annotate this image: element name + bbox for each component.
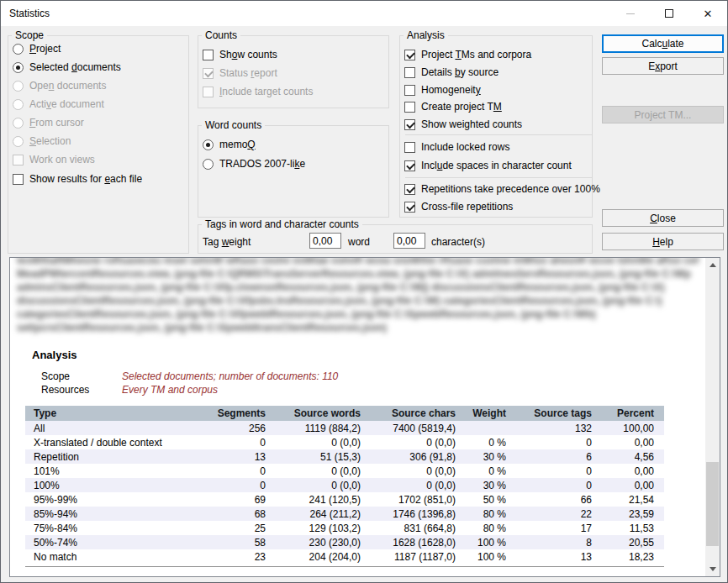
checkbox-work-on-views: Work on views (13, 154, 95, 165)
table-cell: 0 (0,0) (272, 464, 367, 478)
table-cell: 0 (0,0) (367, 435, 462, 449)
radio-selected-documents[interactable]: Selected documents (13, 61, 121, 73)
checkbox-icon (404, 119, 415, 130)
checkbox-show-counts[interactable]: Show counts (203, 49, 277, 60)
tag-weight-char-suffix: character(s) (431, 236, 485, 248)
checkbox-label: Homogeneity (421, 84, 481, 96)
analysis-legend: Analysis (404, 29, 448, 42)
export-button[interactable]: Export (602, 57, 724, 75)
table-cell: 264 (211,2) (272, 507, 367, 521)
checkbox-icon (404, 184, 415, 195)
table-cell: 230 (230,0) (272, 535, 367, 549)
table-cell: 68 (206, 507, 272, 521)
table-row: 95%-99%69241 (120,5)1702 (851,0)50 %6621… (25, 492, 664, 507)
blurred-text-line: tesWthaRMhesne rsRsaoeceu mset sehnW wRa… (17, 257, 699, 267)
radio-memoq[interactable]: memoQ (203, 139, 256, 150)
project-tm-button: Project TM... (602, 106, 724, 123)
scroll-down-button[interactable] (705, 562, 720, 576)
checkbox-cross-file-repetitions[interactable]: Cross-file repetitions (404, 201, 513, 213)
word-counts-legend: Word counts (202, 119, 265, 132)
radio-trados-2007-like[interactable]: TRADOS 2007-like (203, 158, 305, 170)
resources-meta-value: Every TM and corpus (122, 384, 218, 396)
checkbox-icon (404, 50, 415, 60)
table-cell: 8 (513, 535, 599, 549)
column-header: Source words (272, 406, 367, 421)
blurred-text-line: setlpcrsClientResources.json, (png-file … (17, 321, 699, 334)
scroll-down-icon (710, 567, 716, 571)
table-cell: 101% (25, 464, 206, 478)
table-row: X-translated / double context00 (0,0)0 (… (25, 435, 664, 449)
tag-weight-char-input[interactable] (393, 233, 425, 249)
titlebar: Statistics ✕ (1, 1, 727, 26)
column-header: Type (25, 406, 206, 421)
help-button[interactable]: Help (602, 233, 724, 250)
blurred-text-line: MeadPWtercontResources.view, (png-file C… (17, 267, 699, 281)
radio-label: Project (29, 43, 61, 55)
checkbox-icon (404, 85, 415, 96)
table-cell: 50 % (462, 492, 513, 507)
table-cell: 129 (103,2) (272, 521, 367, 535)
close-dialog-button[interactable]: Close (602, 209, 724, 227)
checkbox-label: Repetitions take precedence over 100% (421, 183, 600, 195)
checkbox-show-results-each-file[interactable]: Show results for each file (13, 173, 142, 185)
checkbox-label: Include target counts (219, 86, 313, 97)
table-cell: 100,00 (599, 421, 664, 435)
checkbox-project-tms-and-corpora[interactable]: Project TMs and corpora (404, 49, 531, 60)
table-cell: 0,00 (599, 435, 664, 449)
radio-label: Active document (29, 98, 104, 110)
table-cell: Repetition (25, 449, 206, 464)
table-cell: 0 (206, 435, 272, 449)
table-cell: 21,54 (599, 492, 664, 507)
checkbox-icon (404, 142, 415, 153)
checkbox-label: Show counts (219, 49, 277, 60)
table-cell: 50%-74% (25, 535, 206, 549)
table-row: 100%00 (0,0)0 (0,0)30 %00,00 (25, 478, 664, 492)
checkbox-status-report: Status report (203, 67, 277, 79)
checkbox-include-spaces-in-character-count[interactable]: Include spaces in character count (404, 160, 572, 171)
checkbox-icon (203, 50, 214, 60)
table-header: TypeSegmentsSource wordsSource charsWeig… (25, 406, 664, 421)
table-row: 85%-94%68264 (211,2)1746 (1396,8)80 %222… (25, 507, 664, 521)
table-row: No match23204 (204,0)1187 (1187,0)100 %1… (25, 549, 664, 564)
table-cell: 22 (513, 507, 599, 521)
scrollbar-thumb[interactable] (706, 462, 719, 546)
tag-weight-word-input[interactable] (309, 233, 341, 249)
checkbox-details-by-source[interactable]: Details by source (404, 66, 499, 78)
radio-from-cursor: From cursor (13, 117, 84, 129)
radio-selection: Selection (13, 135, 71, 147)
table-cell: 23,59 (599, 507, 664, 521)
scroll-up-button[interactable] (705, 258, 720, 272)
table-cell: 95%-99% (25, 492, 206, 507)
column-header: Source tags (513, 406, 599, 421)
table-cell: 0 (0,0) (367, 464, 462, 478)
table-cell: 0 % (462, 435, 513, 449)
table-cell: 17 (513, 521, 599, 535)
checkbox-icon (13, 174, 24, 185)
maximize-button[interactable] (650, 1, 688, 26)
checkbox-include-locked-rows[interactable]: Include locked rows (404, 141, 509, 153)
radio-open-documents: Open documents (13, 80, 106, 92)
table-cell: 132 (513, 421, 599, 435)
checkbox-label: Cross-file repetitions (421, 201, 513, 213)
table-cell: 51 (15,3) (272, 449, 367, 464)
checkbox-label: Include spaces in character count (421, 160, 572, 171)
column-header: Source chars (367, 406, 462, 421)
radio-icon (13, 118, 24, 129)
scroll-up-icon (710, 263, 716, 267)
checkbox-icon (404, 160, 415, 171)
table-header-row: TypeSegmentsSource wordsSource charsWeig… (25, 406, 664, 421)
table-cell: 1746 (1396,8) (367, 507, 462, 521)
close-button[interactable]: ✕ (688, 1, 727, 26)
maximize-icon (665, 9, 673, 18)
checkbox-show-weighted-counts[interactable]: Show weighted counts (404, 118, 522, 130)
table-cell: 18,23 (599, 549, 664, 564)
checkbox-icon (404, 67, 415, 78)
results-scrollbar[interactable] (705, 258, 720, 576)
checkbox-create-project-tm[interactable]: Create project TM (404, 101, 502, 113)
checkbox-repetitions-take-precedence[interactable]: Repetitions take precedence over 100% (404, 183, 600, 195)
radio-icon (203, 159, 214, 170)
checkbox-homogeneity[interactable]: Homogeneity (404, 84, 481, 96)
radio-project[interactable]: Project (13, 43, 61, 55)
table-row: Repetition1351 (15,3)306 (91,8)30 %64,56 (25, 449, 664, 464)
calculate-button[interactable]: Calculate (602, 34, 724, 53)
